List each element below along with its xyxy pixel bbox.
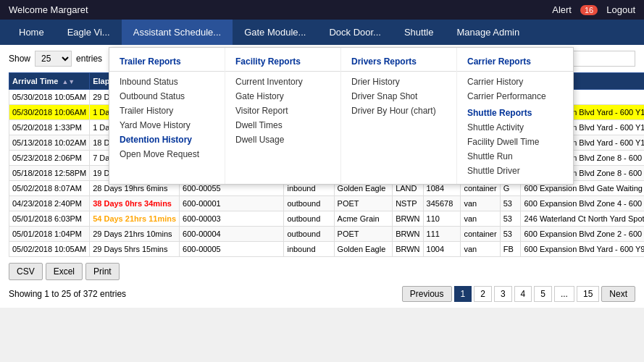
table-cell: 05/30/2018 10:06AM [9,105,90,120]
table-cell: 05/02/2018 8:07AM [9,181,90,196]
table-cell: outbound [284,196,334,211]
dropdown-detention-history[interactable]: Detention History [109,132,225,147]
nav-assistant-schedule[interactable]: Assistant Schedule... [122,20,233,45]
page-15[interactable]: 15 [577,286,599,302]
page-2[interactable]: 2 [474,286,492,302]
page-4[interactable]: 4 [514,286,532,302]
table-cell: 111 [423,227,461,242]
table-cell: van [461,211,500,227]
dropdown-shuttle-activity[interactable]: Shuttle Activity [457,120,573,135]
dropdown-driver-snap-shot[interactable]: Driver Snap Shot [341,89,456,104]
nav-gate-module[interactable]: Gate Module... [233,20,317,45]
facility-reports-header: Facility Reports [225,54,340,72]
dropdown-col-drivers: Drivers Reports Drier History Driver Sna… [341,48,457,184]
dropdown-shuttle-driver[interactable]: Shuttle Driver [457,164,573,178]
table-cell: inbound [284,242,334,257]
dropdown-gate-history[interactable]: Gate History [225,89,340,104]
shuttle-reports-header: Shuttle Reports [457,104,573,120]
table-cell: 53 [500,227,521,242]
dropdown-trailer-history[interactable]: Trailer History [109,104,225,118]
dropdown-dwell-times[interactable]: Dwell Times [225,118,340,132]
pagination-row: Showing 1 to 25 of 372 entries Previous … [9,286,635,302]
table-cell: 345678 [423,196,461,211]
next-button[interactable]: Next [601,286,635,302]
table-cell: 05/13/2018 10:02AM [9,135,90,151]
th-arrival-time[interactable]: Arrival Time ▲▼ [9,73,90,90]
excel-button[interactable]: Excel [46,263,83,280]
table-cell: NSTP [393,196,423,211]
prev-button[interactable]: Previous [402,286,452,302]
table-cell: 110 [423,211,461,227]
table-cell: 53 [500,211,521,227]
table-cell: BRWN [393,227,423,242]
dropdown-carrier-history[interactable]: Carrier History [457,75,573,89]
table-cell: 600 Expansion Blvd Zone 2 - 600 D4 [521,227,644,242]
table-cell: 05/02/2018 10:05AM [9,242,90,257]
table-cell: 38 Days 0hrs 34mins [90,196,180,211]
table-cell: 04/23/2018 2:40PM [9,196,90,211]
table-cell: POET [334,227,393,242]
table-cell: 600-00005 [180,242,284,257]
table-cell: 53 [500,196,521,211]
table-cell: 29 Days 21hrs 10mins [90,227,180,242]
dropdown-col-facility: Facility Reports Current Inventory Gate … [225,48,341,184]
table-cell: 600-00003 [180,211,284,227]
table-cell: 05/01/2018 1:04PM [9,227,90,242]
dropdown-visitor-report[interactable]: Visitor Report [225,104,340,118]
dropdown-carrier-performance[interactable]: Carrier Performance [457,89,573,104]
entries-label: entries [76,54,102,64]
print-button[interactable]: Print [85,263,120,280]
table-cell: 600-00004 [180,227,284,242]
page-3[interactable]: 3 [494,286,512,302]
dropdown-shuttle-run[interactable]: Shuttle Run [457,149,573,164]
table-cell: POET [334,196,393,211]
nav-dock-door[interactable]: Dock Door... [317,20,393,45]
dropdown-driver-by-hour[interactable]: Driver By Hour (chart) [341,104,456,118]
welcome-text: Welcome Margaret [9,4,88,15]
table-cell: 600 Expansion Blvd Zone 4 - 600 D11 [521,196,644,211]
table-cell: 600 Expansion Blvd Yard - 600 Y97 [521,242,644,257]
dropdown-yard-move-history[interactable]: Yard Move History [109,118,225,132]
nav-eagle-view[interactable]: Eagle Vi... [56,20,122,45]
table-cell: BRWN [393,242,423,257]
show-entries: Show 2550100 entries [9,51,102,67]
table-cell: 05/01/2018 6:03PM [9,211,90,227]
dropdown-current-inventory[interactable]: Current Inventory [225,75,340,89]
table-cell: 1004 [423,242,461,257]
logout-link[interactable]: Logout [606,4,635,15]
table-cell: 246 Waterland Ct North Yard Spots 61 [521,211,644,227]
dropdown-outbound-status[interactable]: Outbound Status [109,89,225,104]
dropdown-inbound-status[interactable]: Inbound Status [109,75,225,89]
dropdown-col-carrier: Carrier Reports Carrier History Carrier … [457,48,573,184]
dropdown-open-move-request[interactable]: Open Move Request [109,147,225,161]
alert-count[interactable]: 16 [580,5,598,15]
table-cell: 05/30/2018 10:05AM [9,90,90,105]
nav-shuttle[interactable]: Shuttle [393,20,445,45]
table-cell: 54 Days 21hrs 11mins [90,211,180,227]
table-cell: outbound [284,227,334,242]
csv-button[interactable]: CSV [9,263,43,280]
table-cell: 05/23/2018 2:06PM [9,151,90,166]
dropdown-drier-history[interactable]: Drier History [341,75,456,89]
dropdown-facility-dwell-time[interactable]: Facility Dwell Time [457,135,573,149]
page-5[interactable]: 5 [534,286,552,302]
drivers-reports-header: Drivers Reports [341,54,456,72]
show-label: Show [9,54,30,64]
table-cell: FB [500,242,521,257]
trailer-reports-header: Trailer Reports [109,54,225,72]
table-cell: container [461,227,500,242]
table-cell: van [461,242,500,257]
bottom-buttons: CSV Excel Print [9,263,635,280]
alert-label: Alert [552,4,572,15]
nav-manage-admin[interactable]: Manage Admin [445,20,531,45]
entries-select[interactable]: 2550100 [35,51,72,67]
page-1[interactable]: 1 [454,286,472,302]
table-cell: 600-00001 [180,196,284,211]
nav-home[interactable]: Home [7,20,56,45]
table-row: 05/01/2018 1:04PM29 Days 21hrs 10mins600… [9,227,645,242]
dropdown-menu: Trailer Reports Inbound Status Outbound … [109,47,574,185]
table-cell: 05/18/2018 12:58PM [9,166,90,181]
table-row: 04/23/2018 2:40PM38 Days 0hrs 34mins600-… [9,196,645,211]
table-row: 05/02/2018 10:05AM29 Days 5hrs 15mins600… [9,242,645,257]
dropdown-dwell-usage[interactable]: Dwell Usage [225,132,340,147]
